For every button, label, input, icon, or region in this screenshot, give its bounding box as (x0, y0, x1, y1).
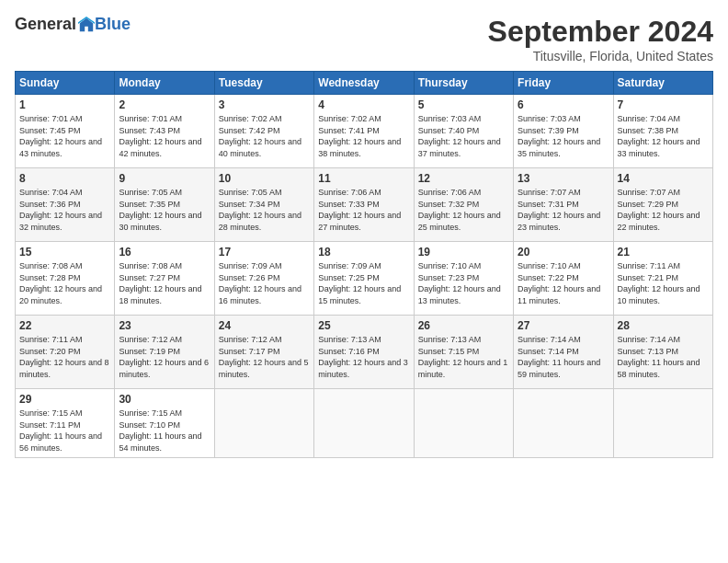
day-info: Sunrise: 7:10 AMSunset: 7:22 PMDaylight:… (518, 261, 600, 305)
calendar-cell: 24 Sunrise: 7:12 AMSunset: 7:17 PMDaylig… (214, 316, 313, 389)
day-header-thursday: Thursday (414, 72, 513, 95)
day-info: Sunrise: 7:11 AMSunset: 7:20 PMDaylight:… (19, 335, 109, 379)
calendar-cell: 21 Sunrise: 7:11 AMSunset: 7:21 PMDaylig… (613, 242, 712, 316)
calendar-page: General Blue September 2024 Titusville, … (0, 0, 728, 563)
day-number: 29 (19, 393, 110, 406)
calendar-cell: 7 Sunrise: 7:04 AMSunset: 7:38 PMDayligh… (613, 95, 712, 168)
calendar-cell: 13 Sunrise: 7:07 AMSunset: 7:31 PMDaylig… (514, 168, 613, 242)
day-number: 2 (119, 98, 210, 111)
calendar-week-5: 29 Sunrise: 7:15 AMSunset: 7:11 PMDaylig… (16, 389, 713, 458)
day-info: Sunrise: 7:03 AMSunset: 7:39 PMDaylight:… (518, 114, 600, 158)
calendar-cell (414, 389, 513, 458)
logo-general: General (15, 15, 76, 34)
calendar-week-1: 1 Sunrise: 7:01 AMSunset: 7:45 PMDayligh… (16, 95, 713, 168)
day-number: 28 (618, 319, 709, 332)
day-number: 10 (219, 172, 310, 185)
calendar-cell: 1 Sunrise: 7:01 AMSunset: 7:45 PMDayligh… (16, 95, 115, 168)
day-info: Sunrise: 7:13 AMSunset: 7:16 PMDaylight:… (318, 335, 408, 379)
calendar-cell: 11 Sunrise: 7:06 AMSunset: 7:33 PMDaylig… (314, 168, 414, 242)
calendar-cell: 10 Sunrise: 7:05 AMSunset: 7:34 PMDaylig… (214, 168, 313, 242)
day-info: Sunrise: 7:06 AMSunset: 7:33 PMDaylight:… (318, 188, 401, 232)
calendar-cell: 4 Sunrise: 7:02 AMSunset: 7:41 PMDayligh… (314, 95, 414, 168)
day-header-saturday: Saturday (613, 72, 712, 95)
day-header-tuesday: Tuesday (214, 72, 313, 95)
day-number: 9 (119, 172, 210, 185)
day-number: 24 (219, 319, 310, 332)
calendar-cell (214, 389, 313, 458)
calendar-cell: 28 Sunrise: 7:14 AMSunset: 7:13 PMDaylig… (613, 316, 712, 389)
calendar-cell (314, 389, 414, 458)
day-info: Sunrise: 7:15 AMSunset: 7:11 PMDaylight:… (19, 408, 102, 453)
day-number: 19 (418, 246, 509, 259)
day-number: 21 (618, 246, 709, 259)
day-number: 23 (119, 319, 210, 332)
page-header: General Blue September 2024 Titusville, … (15, 15, 713, 63)
day-header-monday: Monday (115, 72, 214, 95)
calendar-cell (613, 389, 712, 458)
day-info: Sunrise: 7:09 AMSunset: 7:26 PMDaylight:… (219, 261, 301, 305)
day-number: 12 (418, 172, 509, 185)
day-number: 11 (318, 172, 409, 185)
calendar-cell: 19 Sunrise: 7:10 AMSunset: 7:23 PMDaylig… (414, 242, 513, 316)
calendar-cell: 6 Sunrise: 7:03 AMSunset: 7:39 PMDayligh… (514, 95, 613, 168)
calendar-cell: 14 Sunrise: 7:07 AMSunset: 7:29 PMDaylig… (613, 168, 712, 242)
calendar-cell: 18 Sunrise: 7:09 AMSunset: 7:25 PMDaylig… (314, 242, 414, 316)
day-number: 26 (418, 319, 509, 332)
day-info: Sunrise: 7:04 AMSunset: 7:38 PMDaylight:… (618, 114, 700, 158)
calendar-cell: 30 Sunrise: 7:15 AMSunset: 7:10 PMDaylig… (115, 389, 214, 458)
day-info: Sunrise: 7:06 AMSunset: 7:32 PMDaylight:… (418, 188, 501, 232)
day-number: 1 (19, 98, 110, 111)
day-number: 16 (119, 246, 210, 259)
calendar-cell: 27 Sunrise: 7:14 AMSunset: 7:14 PMDaylig… (514, 316, 613, 389)
day-number: 4 (318, 98, 409, 111)
day-info: Sunrise: 7:02 AMSunset: 7:42 PMDaylight:… (219, 114, 301, 158)
day-info: Sunrise: 7:12 AMSunset: 7:17 PMDaylight:… (219, 335, 309, 379)
day-info: Sunrise: 7:05 AMSunset: 7:34 PMDaylight:… (219, 188, 301, 232)
calendar-cell: 16 Sunrise: 7:08 AMSunset: 7:27 PMDaylig… (115, 242, 214, 316)
day-number: 20 (518, 246, 609, 259)
logo-icon (78, 17, 95, 33)
calendar-cell: 9 Sunrise: 7:05 AMSunset: 7:35 PMDayligh… (115, 168, 214, 242)
day-number: 30 (119, 393, 210, 406)
day-info: Sunrise: 7:02 AMSunset: 7:41 PMDaylight:… (318, 114, 401, 158)
day-number: 14 (618, 172, 709, 185)
calendar-cell: 3 Sunrise: 7:02 AMSunset: 7:42 PMDayligh… (214, 95, 313, 168)
calendar-week-4: 22 Sunrise: 7:11 AMSunset: 7:20 PMDaylig… (16, 316, 713, 389)
calendar-cell: 20 Sunrise: 7:10 AMSunset: 7:22 PMDaylig… (514, 242, 613, 316)
day-header-sunday: Sunday (16, 72, 115, 95)
calendar-week-3: 15 Sunrise: 7:08 AMSunset: 7:28 PMDaylig… (16, 242, 713, 316)
title-section: September 2024 Titusville, Florida, Unit… (488, 15, 713, 63)
day-info: Sunrise: 7:08 AMSunset: 7:28 PMDaylight:… (19, 261, 102, 305)
day-info: Sunrise: 7:10 AMSunset: 7:23 PMDaylight:… (418, 261, 501, 305)
calendar-cell: 8 Sunrise: 7:04 AMSunset: 7:36 PMDayligh… (16, 168, 115, 242)
day-info: Sunrise: 7:14 AMSunset: 7:13 PMDaylight:… (618, 335, 700, 379)
day-number: 17 (219, 246, 310, 259)
day-header-wednesday: Wednesday (314, 72, 414, 95)
day-info: Sunrise: 7:12 AMSunset: 7:19 PMDaylight:… (119, 335, 209, 379)
calendar-cell: 23 Sunrise: 7:12 AMSunset: 7:19 PMDaylig… (115, 316, 214, 389)
day-number: 18 (318, 246, 409, 259)
day-header-friday: Friday (514, 72, 613, 95)
calendar-header-row: SundayMondayTuesdayWednesdayThursdayFrid… (16, 72, 713, 95)
day-info: Sunrise: 7:14 AMSunset: 7:14 PMDaylight:… (518, 335, 600, 379)
calendar-cell: 25 Sunrise: 7:13 AMSunset: 7:16 PMDaylig… (314, 316, 414, 389)
logo: General Blue (15, 15, 131, 34)
day-number: 7 (618, 98, 709, 111)
day-number: 8 (19, 172, 110, 185)
calendar-cell (514, 389, 613, 458)
day-info: Sunrise: 7:01 AMSunset: 7:45 PMDaylight:… (19, 114, 102, 158)
calendar-cell: 17 Sunrise: 7:09 AMSunset: 7:26 PMDaylig… (214, 242, 313, 316)
day-info: Sunrise: 7:03 AMSunset: 7:40 PMDaylight:… (418, 114, 501, 158)
day-info: Sunrise: 7:15 AMSunset: 7:10 PMDaylight:… (119, 408, 201, 453)
logo-blue: Blue (95, 15, 131, 34)
day-info: Sunrise: 7:11 AMSunset: 7:21 PMDaylight:… (618, 261, 700, 305)
day-info: Sunrise: 7:08 AMSunset: 7:27 PMDaylight:… (119, 261, 201, 305)
day-info: Sunrise: 7:05 AMSunset: 7:35 PMDaylight:… (119, 188, 201, 232)
month-title: September 2024 (488, 15, 713, 49)
calendar-cell: 2 Sunrise: 7:01 AMSunset: 7:43 PMDayligh… (115, 95, 214, 168)
calendar-table: SundayMondayTuesdayWednesdayThursdayFrid… (15, 71, 713, 458)
day-number: 13 (518, 172, 609, 185)
calendar-week-2: 8 Sunrise: 7:04 AMSunset: 7:36 PMDayligh… (16, 168, 713, 242)
calendar-cell: 26 Sunrise: 7:13 AMSunset: 7:15 PMDaylig… (414, 316, 513, 389)
calendar-cell: 15 Sunrise: 7:08 AMSunset: 7:28 PMDaylig… (16, 242, 115, 316)
